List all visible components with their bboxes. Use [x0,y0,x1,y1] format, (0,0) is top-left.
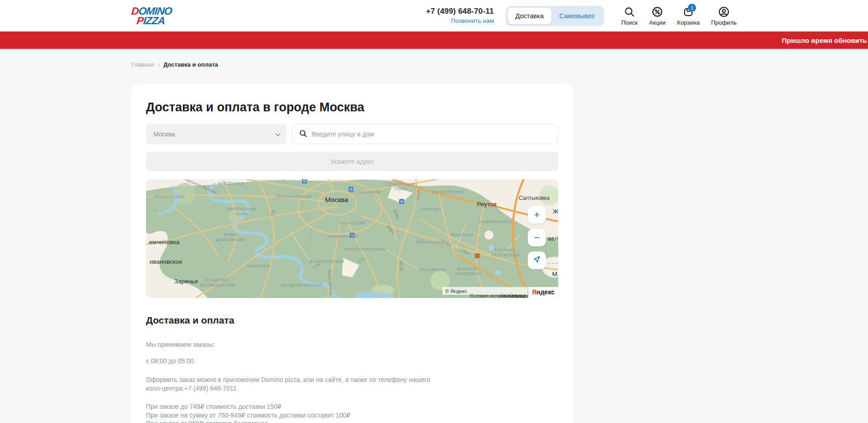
map-label: авли [548,235,558,242]
map-label: ФИЛЁВСКИЙ ПАРК [227,206,256,216]
order-channels-text: Оформить заказ можно в приложении Domino… [146,376,431,393]
map-zoom-in-button[interactable]: + [528,206,546,224]
map-label: ТТК [358,256,367,265]
promo-marquee-banner: Пришло время обновить [0,31,868,49]
map-label: СВХ [442,240,452,248]
percent-badge-icon [651,6,663,18]
address-form-row: Москва [146,124,558,144]
call-us-link[interactable]: Позвонить нам [451,17,494,24]
map-label: ПЕРОВО [421,207,441,212]
breadcrumb: Главная › Доставка и оплата [131,61,868,68]
map-label: КРЫЛАТСКОЕ [154,194,186,199]
map-label: КУЗЬМИНКИ [418,267,447,272]
map-label: РЯЗАНСКИЙ [416,240,444,245]
map-controls: + − [528,206,546,269]
nav-search-label: Поиск [621,19,638,26]
map-label: ВЕШНЯКИ [451,232,474,237]
nav-profile[interactable]: Профиль [711,6,737,26]
geolocation-arrow-icon [532,255,541,266]
phone-block: +7 (499) 648-70-11 Позвонить нам [426,7,494,25]
map-label: АКАДЕМИЧЕСКИЙ [281,282,322,287]
map-label: ФИЛИ- ДАВЫДКОВО [216,232,246,242]
nav-cart[interactable]: 1 Корзина [677,6,700,26]
header-nav: Поиск Акции 1 Корзина [621,6,737,26]
map-label: Варшавское [327,270,333,296]
map-label: ЮВХ [386,224,395,235]
map-label: МСД [399,261,405,271]
cart-badge: 1 [688,4,696,12]
city-select[interactable]: Москва [146,124,286,144]
nav-cart-label: Корзина [677,19,700,26]
map-label: Москва [325,196,348,204]
delivery-term-line: При заказе на сумму от 750-949₽ стоимост… [146,411,558,420]
delivery-term-line: При заказе от 950₽ доставка бесплатная [146,419,558,423]
map-label: СОКОЛИНАЯ ГОРА [386,182,415,192]
search-icon [624,6,635,18]
domino-pizza-logo[interactable]: DOMINO PIZZA [130,6,172,26]
breadcrumb-home-link[interactable]: Главная [131,61,154,68]
map-label: Заречье [174,278,198,285]
map-label: ТТК [312,262,322,270]
map-label: МНЁВНИКИ [218,181,244,186]
map-label: СВХ [460,248,470,256]
map-label: емчиновка [149,239,179,245]
map-label: ивановское [150,258,182,265]
header: DOMINO PIZZA +7 (499) 648-70-11 Позвонит… [0,0,868,31]
section-heading: Доставка и оплата [146,315,558,326]
page-title: Доставка и оплата в городе Москва [146,100,558,115]
map-label: МСД [416,190,421,199]
map-label: БАСМАННЫЙ [350,189,380,194]
orders-accepted-text: Мы принимаем заказы: [146,340,431,349]
map-label: ПРЕСНЕНСКИЙ [276,194,312,199]
map-label: ДАНИЛОВСКИЙ [309,259,344,264]
map-labels-layer: МоскваРеутовСалтыковкаемчиновкаивановско… [146,179,558,298]
map-label: Маршала Жукова [182,179,218,195]
map-label: ХАМОВНИКИ [329,234,359,239]
delivery-zone-map[interactable]: ⓂⓂⓂⓂ МоскваРеутовСалтыковкаемчиновкаиван… [146,179,558,298]
map-copyright: © Яндекс [445,288,467,294]
street-search-input[interactable] [312,131,551,138]
yandex-logo[interactable]: Яндекс [528,287,558,298]
breadcrumb-separator-icon: › [157,61,160,68]
city-select-value: Москва [153,131,175,138]
logo-line2: PIZZA [130,16,172,26]
nav-profile-label: Профиль [711,19,737,26]
nav-promos-label: Акции [649,19,665,26]
search-icon [299,129,307,140]
map-label: М. [552,271,559,277]
map-label: ЮВХ [393,209,400,220]
toggle-delivery-button[interactable]: Доставка [508,8,551,24]
working-hours-text: с 08:00 до 05:00 [146,357,431,366]
map-label: КОСИНО- УХТОМСКИЙ [491,247,520,257]
profile-icon [718,6,730,18]
toggle-pickup-button[interactable]: Самовывоз [551,8,602,24]
banner-text: Пришло время обновить [782,37,867,44]
map-label: ТТК [270,209,277,218]
map-attribution: © Яндекс Условия использования [442,287,528,295]
map-label: ТАГАНСКИЙ [338,220,365,225]
map-label: Ж [553,208,558,215]
street-search-field [292,124,558,144]
delivery-pickup-toggle: Доставка Самовывоз [506,6,604,26]
map-label: ИВАНОВСКОЕ [432,189,464,194]
chevron-down-icon [275,131,281,136]
map-label: Салтыковка [519,195,549,201]
map-label: ЮЖНОПОРТОВЫЙ [344,246,386,251]
nav-search[interactable]: Поиск [621,6,638,26]
breadcrumb-current: Доставка и оплата [163,61,218,68]
map-geolocation-button[interactable] [528,251,546,269]
delivery-terms: При заказе до 749₽ стоимость доставки 15… [146,402,558,423]
map-label: РАМЕНКИ [247,263,270,268]
delivery-info-section: Доставка и оплата Мы принимаем заказы: с… [146,315,558,423]
map-terms-link[interactable]: Условия использования [469,293,525,298]
nav-promos[interactable]: Акции [649,6,665,26]
map-label: Реутов [477,201,496,208]
map-label: ВЫХИНО- ЖУЛЕБИНО [455,266,482,276]
map-label: НОВОКОСИНО [478,219,512,224]
map-zoom-out-button[interactable]: − [528,229,546,246]
delivery-card: Доставка и оплата в городе Москва Москва… [131,84,573,423]
map-label: ОЧАКОВО- МАТВЕЕВСКОЕ [200,277,235,287]
delivery-term-line: При заказе до 749₽ стоимость доставки 15… [146,402,558,411]
phone-number: +7 (499) 648-70-11 [426,7,494,16]
set-address-button[interactable]: Укажите адрес [146,152,558,171]
